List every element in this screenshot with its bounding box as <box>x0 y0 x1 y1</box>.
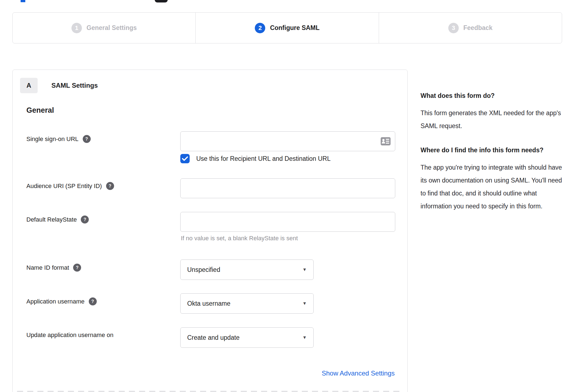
section-a-badge: A <box>20 78 38 93</box>
help-section-what: What does this form do? This form genera… <box>421 90 564 132</box>
audience-uri-field <box>180 178 395 198</box>
name-id-format-value: Unspecified <box>187 266 220 274</box>
check-icon <box>182 156 188 161</box>
panel-header: A SAML Settings <box>20 78 98 93</box>
name-id-format-select[interactable]: Unspecified ▼ <box>180 260 314 280</box>
step-label: Feedback <box>463 24 493 32</box>
name-id-format-label: Name ID format ? <box>26 264 81 272</box>
step-feedback[interactable]: 3 Feedback <box>379 13 562 43</box>
audience-uri-label-text: Audience URI (SP Entity ID) <box>26 183 102 190</box>
step-number-badge: 1 <box>71 23 82 33</box>
update-app-username-select[interactable]: Create and update ▼ <box>180 327 314 348</box>
application-username-value: Okta username <box>187 300 230 307</box>
audience-uri-help-icon[interactable]: ? <box>106 182 114 190</box>
step-number-badge: 3 <box>448 23 459 33</box>
default-relaystate-help-icon[interactable]: ? <box>81 216 89 223</box>
help-heading: Where do I find the info this form needs… <box>421 145 555 156</box>
step-label: General Settings <box>87 24 137 32</box>
application-username-label: Application username ? <box>26 297 97 305</box>
default-relaystate-field <box>180 212 395 232</box>
sso-url-help-icon[interactable]: ? <box>83 135 91 143</box>
sso-url-label-text: Single sign-on URL <box>26 136 79 143</box>
header-logo-fragment <box>155 0 168 2</box>
update-app-username-label-text: Update application username on <box>26 332 114 339</box>
dropdown-arrow-icon: ▼ <box>302 335 307 340</box>
step-configure-saml[interactable]: 2 Configure SAML <box>195 13 378 43</box>
name-id-format-help-icon[interactable]: ? <box>73 264 81 272</box>
help-body: The app you're trying to integrate with … <box>421 161 564 213</box>
configure-saml-page: 1 General Settings 2 Configure SAML 3 Fe… <box>0 0 575 392</box>
help-section-where: Where do I find the info this form needs… <box>421 145 564 213</box>
relaystate-hint: If no value is set, a blank RelayState i… <box>181 235 298 242</box>
show-advanced-settings-link[interactable]: Show Advanced Settings <box>322 369 395 377</box>
help-heading: What does this form do? <box>421 90 555 101</box>
recipient-url-checkbox[interactable] <box>180 154 190 163</box>
default-relaystate-input[interactable] <box>180 212 395 232</box>
application-username-help-icon[interactable]: ? <box>89 297 97 305</box>
saml-settings-panel: A SAML Settings General Single sign-on U… <box>12 70 408 392</box>
sso-url-field <box>180 131 395 151</box>
update-app-username-value: Create and update <box>187 334 240 341</box>
audience-uri-input[interactable] <box>180 178 395 198</box>
recipient-url-checkbox-label: Use this for Recipient URL and Destinati… <box>196 155 331 162</box>
sso-url-label: Single sign-on URL ? <box>26 135 91 143</box>
wizard-stepper: 1 General Settings 2 Configure SAML 3 Fe… <box>12 12 562 43</box>
dropdown-arrow-icon: ▼ <box>302 267 307 272</box>
audience-uri-label: Audience URI (SP Entity ID) ? <box>26 182 114 190</box>
step-number-badge: 2 <box>255 23 265 33</box>
name-id-format-label-text: Name ID format <box>26 264 69 271</box>
default-relaystate-label-text: Default RelayState <box>26 216 77 223</box>
default-relaystate-label: Default RelayState ? <box>26 216 89 223</box>
sso-url-input[interactable] <box>180 131 395 151</box>
contact-card-icon[interactable] <box>380 137 391 146</box>
help-body: This form generates the XML needed for t… <box>421 107 564 132</box>
header-accent-fragment <box>21 0 25 2</box>
dropdown-arrow-icon: ▼ <box>302 301 307 306</box>
step-label: Configure SAML <box>270 24 319 32</box>
step-general-settings[interactable]: 1 General Settings <box>13 13 195 43</box>
help-sidebar: What does this form do? This form genera… <box>421 90 564 213</box>
application-username-label-text: Application username <box>26 298 85 305</box>
panel-title: SAML Settings <box>51 82 98 89</box>
update-app-username-label: Update application username on <box>26 332 114 339</box>
section-dashed-separator <box>17 391 403 392</box>
application-username-select[interactable]: Okta username ▼ <box>180 293 314 314</box>
general-group-heading: General <box>26 106 54 115</box>
recipient-url-checkbox-row: Use this for Recipient URL and Destinati… <box>180 154 331 163</box>
